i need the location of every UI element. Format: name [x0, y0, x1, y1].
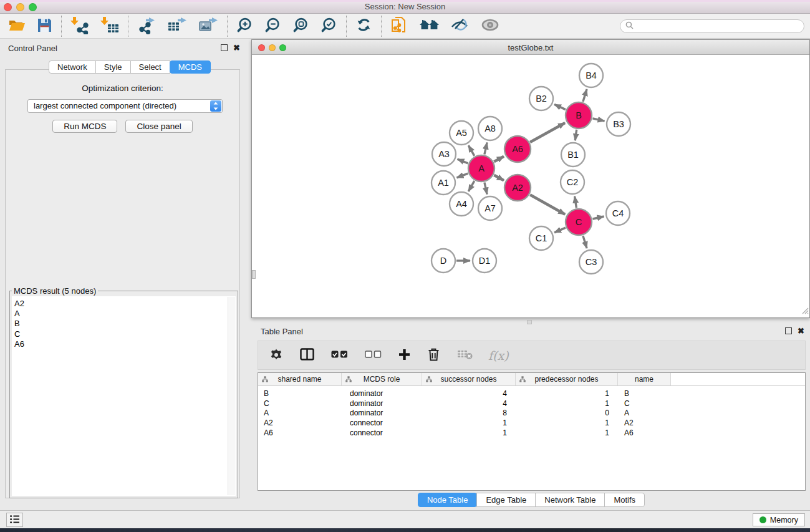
- function-builder-button[interactable]: f(x): [488, 349, 509, 362]
- table-row-B[interactable]: Bdominator41B: [258, 389, 805, 399]
- network-canvas[interactable]: B4B2BB3B1A5A8A6A3AA1C2A2A4A7C4CC1C3DD1: [252, 56, 809, 317]
- node-A3[interactable]: A3: [432, 142, 456, 166]
- show-hide-details-button[interactable]: [477, 17, 503, 35]
- node-C4[interactable]: C4: [606, 201, 630, 225]
- home-button[interactable]: [417, 16, 442, 36]
- column-header-successor-nodes[interactable]: successor nodes: [422, 373, 516, 385]
- table-settings-button[interactable]: [268, 347, 284, 363]
- show-columns-button[interactable]: [299, 348, 316, 362]
- edge-B-B3: [593, 118, 605, 121]
- control-panel-title: Control Panel: [8, 44, 57, 53]
- table-row-A2[interactable]: A2connector11A2: [258, 418, 805, 428]
- desktop-background: [0, 528, 810, 532]
- add-row-button[interactable]: [397, 349, 412, 362]
- open-session-button[interactable]: [5, 16, 29, 36]
- memory-button[interactable]: Memory: [753, 513, 805, 526]
- node-C3[interactable]: C3: [579, 250, 603, 274]
- cell-name: A: [618, 409, 671, 417]
- mcds-result-item[interactable]: A: [12, 309, 236, 319]
- search-field[interactable]: [620, 19, 804, 33]
- clone-network-button[interactable]: [387, 15, 412, 37]
- cell-name: C: [618, 399, 671, 408]
- node-C[interactable]: C: [566, 209, 592, 235]
- tab-edge-table[interactable]: Edge Table: [476, 493, 536, 507]
- svg-text:A2: A2: [512, 183, 523, 193]
- table-header-row: shared nameMCDS rolesuccessor nodesprede…: [258, 373, 805, 386]
- node-A8[interactable]: A8: [478, 117, 502, 140]
- node-D[interactable]: D: [432, 249, 455, 273]
- float-panel-icon[interactable]: [221, 44, 228, 51]
- node-A6[interactable]: A6: [504, 136, 531, 162]
- node-A5[interactable]: A5: [450, 121, 473, 145]
- tab-node-table[interactable]: Node Table: [418, 493, 478, 507]
- cell-predecessor-nodes: 1: [516, 399, 618, 408]
- node-C1[interactable]: C1: [529, 226, 553, 250]
- column-header-mcds-role[interactable]: MCDS role: [342, 373, 422, 385]
- export-image-button[interactable]: [195, 15, 221, 37]
- edge-A-A3: [458, 159, 468, 163]
- mcds-result-list[interactable]: A2ABCA6: [12, 296, 236, 496]
- mcds-result-item[interactable]: A6: [12, 339, 236, 349]
- node-B[interactable]: B: [566, 102, 592, 128]
- node-A4[interactable]: A4: [450, 192, 473, 216]
- panel-drag-handle[interactable]: [252, 270, 256, 279]
- close-panel-icon[interactable]: ✖: [233, 44, 240, 51]
- scrollbar[interactable]: [228, 297, 235, 495]
- mcds-result-item[interactable]: A2: [12, 296, 236, 309]
- table-row-C[interactable]: Cdominator41C: [258, 399, 805, 409]
- edge-B-B4: [583, 89, 587, 102]
- float-table-panel-icon[interactable]: [785, 327, 792, 334]
- node-B1[interactable]: B1: [561, 143, 585, 167]
- tab-network[interactable]: Network: [49, 60, 96, 74]
- table-toolbar: f(x): [258, 341, 806, 370]
- select-all-columns-button[interactable]: [330, 351, 349, 360]
- save-session-button[interactable]: [34, 17, 55, 36]
- unselect-all-columns-button[interactable]: [364, 351, 383, 360]
- table-row-A[interactable]: Adominator80A: [258, 409, 805, 418]
- node-A7[interactable]: A7: [478, 196, 502, 220]
- refresh-view-button[interactable]: [352, 16, 375, 36]
- node-A2[interactable]: A2: [504, 175, 531, 201]
- node-A[interactable]: A: [468, 155, 494, 181]
- resize-grip[interactable]: [800, 306, 809, 317]
- tab-select[interactable]: Select: [130, 60, 170, 74]
- zoom-fit-button[interactable]: [289, 16, 312, 36]
- network-window-titlebar[interactable]: testGlobe.txt: [252, 40, 809, 55]
- export-table-button[interactable]: [164, 15, 190, 37]
- zoom-in-button[interactable]: [233, 16, 256, 36]
- tab-network-table[interactable]: Network Table: [535, 493, 605, 507]
- node-B4[interactable]: B4: [579, 64, 603, 87]
- node-C2[interactable]: C2: [561, 170, 584, 194]
- zoom-selected-button[interactable]: [317, 16, 340, 36]
- zoom-out-button[interactable]: [261, 16, 284, 36]
- search-input[interactable]: [637, 22, 799, 31]
- tab-style[interactable]: Style: [95, 60, 131, 74]
- node-D1[interactable]: D1: [473, 249, 496, 273]
- delete-rows-button[interactable]: [426, 347, 441, 363]
- toggle-graphics-details-button[interactable]: [447, 16, 472, 36]
- gear-icon: [269, 347, 283, 363]
- import-table-button[interactable]: [97, 15, 122, 37]
- table-row-A6[interactable]: A6connector11A6: [258, 428, 805, 438]
- tab-mcds[interactable]: MCDS: [170, 60, 211, 74]
- criterion-dropdown[interactable]: largest connected component (directed): [27, 99, 223, 113]
- node-B2[interactable]: B2: [529, 87, 553, 110]
- column-header-predecessor-nodes[interactable]: predecessor nodes: [516, 373, 618, 385]
- close-panel-button[interactable]: Close panel: [125, 120, 192, 133]
- mcds-result-item[interactable]: C: [12, 329, 236, 339]
- mcds-result-item[interactable]: B: [12, 319, 236, 329]
- column-header-name[interactable]: name: [618, 373, 671, 385]
- toolbar-separator: [128, 16, 128, 37]
- splitter-handle[interactable]: [527, 320, 532, 324]
- delete-table-button[interactable]: [456, 349, 474, 362]
- toolbar-separator: [227, 16, 228, 37]
- column-header-shared-name[interactable]: shared name: [258, 373, 342, 385]
- task-history-button[interactable]: [6, 513, 23, 527]
- run-mcds-button[interactable]: Run MCDS: [52, 120, 117, 133]
- node-B3[interactable]: B3: [607, 112, 630, 136]
- close-table-panel-icon[interactable]: ✖: [798, 327, 804, 334]
- node-A1[interactable]: A1: [432, 171, 455, 195]
- import-network-button[interactable]: [67, 15, 92, 37]
- export-network-button[interactable]: [134, 15, 159, 37]
- tab-motifs[interactable]: Motifs: [604, 493, 645, 507]
